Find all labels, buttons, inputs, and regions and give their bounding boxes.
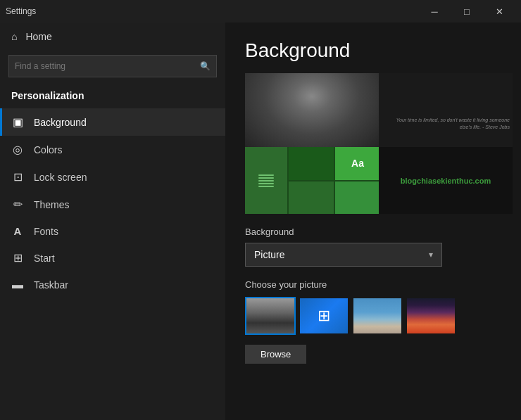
title-bar: Settings ─ □ ✕ [0,0,521,23]
page-title: Background [245,39,501,62]
tile-cell-top-left [289,147,334,180]
sidebar-label-lock-screen: Lock screen [34,172,87,183]
choose-picture-label: Choose your picture [245,279,501,290]
background-icon: ▣ [11,115,24,129]
face-image [245,73,379,151]
search-icon: 🔍 [200,61,211,71]
tile-lines [256,173,277,189]
lock-screen-icon: ⊡ [11,170,24,184]
taskbar-icon: ▬ [11,279,24,291]
tile-line-3 [258,180,274,182]
window-controls: ─ □ ✕ [418,0,515,23]
picture-grid: ⊞ [245,297,501,335]
start-icon: ⊞ [11,251,24,265]
sidebar-item-colors[interactable]: ◎ Colors [0,136,225,163]
sidebar-item-taskbar[interactable]: ▬ Taskbar [0,272,225,298]
tile-line-4 [258,183,274,184]
sidebar-label-fonts: Fonts [34,226,58,237]
sidebar-item-start[interactable]: ⊞ Start [0,244,225,272]
preview-quote-text: Your time is limited, so don't waste it … [383,117,510,131]
sidebar-label-colors: Colors [34,144,62,155]
sidebar-item-themes[interactable]: ✏ Themes [0,191,225,218]
browse-button[interactable]: Browse [245,345,306,364]
minimize-button[interactable]: ─ [418,0,451,23]
thumbnail-sunset [407,298,455,333]
preview-blog-area: blogchiasekienthuc.com [379,147,513,214]
thumbnail-jobs [246,298,294,333]
sidebar: ⌂ Home 🔍 Personalization ▣ Background ◎ … [0,23,225,420]
main-panel: Background Your time is limited, so don'… [225,23,521,420]
dropdown-value: Picture [254,249,285,260]
fonts-icon: A [11,225,24,237]
app-body: ⌂ Home 🔍 Personalization ▣ Background ◎ … [0,23,521,420]
sidebar-item-fonts[interactable]: A Fonts [0,218,225,244]
sidebar-item-home[interactable]: ⌂ Home [0,23,225,51]
thumbnail-windows: ⊞ [300,298,348,333]
tile-lines-area [245,147,287,214]
blog-url-text: blogchiasekienthuc.com [401,177,491,185]
thumbnail-sea [353,298,401,333]
background-dropdown[interactable]: Picture ▾ [245,243,442,267]
picture-thumb-1[interactable] [245,297,296,335]
background-preview: Your time is limited, so don't waste it … [245,73,513,214]
sidebar-item-lock-screen[interactable]: ⊡ Lock screen [0,163,225,191]
colors-icon: ◎ [11,143,24,156]
picture-thumb-2[interactable]: ⊞ [299,297,349,335]
sidebar-label-taskbar: Taskbar [34,279,68,291]
tile-line-5 [258,186,274,187]
tile-column-left [245,147,287,214]
tile-line-2 [258,177,274,179]
background-setting-label: Background [245,227,501,237]
home-icon: ⌂ [11,31,17,42]
search-box[interactable]: 🔍 [8,55,217,77]
sidebar-item-background[interactable]: ▣ Background [0,108,225,136]
search-input[interactable] [15,61,200,71]
tile-cell-bottom-left [289,182,334,215]
tile-line-1 [258,174,274,176]
chevron-down-icon: ▾ [429,250,433,260]
tile-column-right: Aa [289,147,380,214]
sidebar-label-themes: Themes [34,199,70,210]
windows-logo-icon: ⊞ [318,307,330,325]
themes-icon: ✏ [11,198,24,211]
picture-thumb-3[interactable] [352,297,403,335]
tile-cell-bottom-right [335,182,380,215]
tile-cell-main: Aa [335,147,380,180]
close-button[interactable]: ✕ [483,0,515,23]
preview-apple-area: Your time is limited, so don't waste it … [379,73,513,151]
personalization-section-title: Personalization [0,84,225,108]
picture-thumb-4[interactable] [406,297,456,335]
maximize-button[interactable]: □ [451,0,483,23]
home-label: Home [25,31,51,42]
app-title: Settings [6,6,36,16]
sidebar-label-background: Background [34,117,87,128]
preview-photo [245,73,379,151]
preview-tiles: Aa [245,147,379,214]
sidebar-label-start: Start [34,253,55,264]
